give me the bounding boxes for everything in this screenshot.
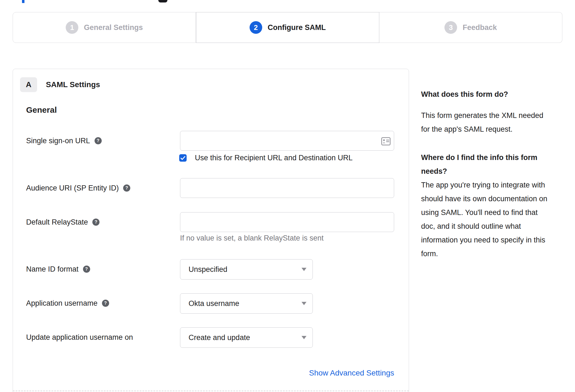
application-username-value: Okta username — [189, 299, 239, 308]
application-username-select[interactable]: Okta username — [180, 293, 313, 314]
section-divider — [13, 391, 409, 391]
top-edge-dark-fragment — [158, 0, 167, 2]
sidebar-body-where: The app you're trying to integrate with … — [421, 178, 547, 261]
relay-state-hint: If no value is set, a blank RelayState i… — [180, 234, 324, 242]
step-label: Configure SAML — [268, 23, 326, 32]
name-id-format-label: Name ID format — [26, 265, 79, 274]
dropdown-arrow-icon — [302, 268, 306, 271]
saml-settings-card: A SAML Settings General Single sign-on U… — [13, 69, 409, 392]
top-edge-blue-fragment — [22, 0, 24, 3]
recipient-url-checkbox-label: Use this for Recipient URL and Destinati… — [195, 154, 353, 162]
help-icon[interactable]: ? — [83, 266, 90, 273]
sso-url-label: Single sign-on URL — [26, 137, 90, 145]
step-configure-saml[interactable]: 2 Configure SAML — [196, 12, 379, 43]
name-id-format-label-row: Name ID format ? — [26, 259, 90, 279]
step-general-settings[interactable]: 1 General Settings — [13, 12, 196, 43]
general-heading: General — [26, 105, 57, 115]
update-application-username-select[interactable]: Create and update — [180, 327, 313, 348]
sidebar-heading-where: Where do I find the info this form needs… — [421, 151, 537, 178]
sso-url-input[interactable] — [180, 131, 394, 151]
recipient-url-checkbox[interactable] — [179, 154, 187, 162]
relay-state-label: Default RelayState — [26, 218, 88, 227]
show-advanced-settings-link[interactable]: Show Advanced Settings — [180, 369, 394, 379]
name-id-format-value: Unspecified — [189, 265, 227, 274]
audience-uri-input[interactable] — [180, 178, 394, 198]
audience-uri-label: Audience URI (SP Entity ID) — [26, 184, 119, 192]
step-number-badge: 2 — [250, 21, 262, 34]
step-number-badge: 1 — [66, 21, 78, 34]
application-username-label-row: Application username ? — [26, 293, 109, 313]
section-header: A SAML Settings — [20, 77, 100, 92]
update-application-username-label: Update application username on — [26, 333, 133, 342]
application-username-label: Application username — [26, 299, 98, 308]
help-icon[interactable]: ? — [92, 219, 99, 226]
sidebar-heading-what: What does this form do? — [421, 87, 508, 101]
relay-state-input[interactable] — [180, 212, 394, 232]
relay-state-label-row: Default RelayState ? — [26, 212, 99, 232]
contact-card-icon — [381, 137, 391, 145]
section-letter-badge: A — [20, 77, 37, 92]
help-icon[interactable]: ? — [123, 184, 130, 192]
sso-url-label-row: Single sign-on URL ? — [26, 131, 102, 151]
audience-uri-label-row: Audience URI (SP Entity ID) ? — [26, 178, 130, 198]
checkmark-icon — [181, 156, 185, 160]
help-sidebar: What does this form do? This form genera… — [421, 0, 564, 392]
update-application-username-value: Create and update — [189, 333, 250, 342]
sidebar-body-what: This form generates the XML needed for t… — [421, 109, 543, 136]
dropdown-arrow-icon — [302, 302, 306, 305]
help-icon[interactable]: ? — [95, 137, 102, 144]
section-title: SAML Settings — [46, 80, 100, 89]
dropdown-arrow-icon — [302, 336, 306, 339]
name-id-format-select[interactable]: Unspecified — [180, 259, 313, 280]
help-icon[interactable]: ? — [102, 300, 109, 307]
step-label: General Settings — [84, 23, 143, 32]
update-application-username-label-row: Update application username on — [26, 327, 133, 347]
